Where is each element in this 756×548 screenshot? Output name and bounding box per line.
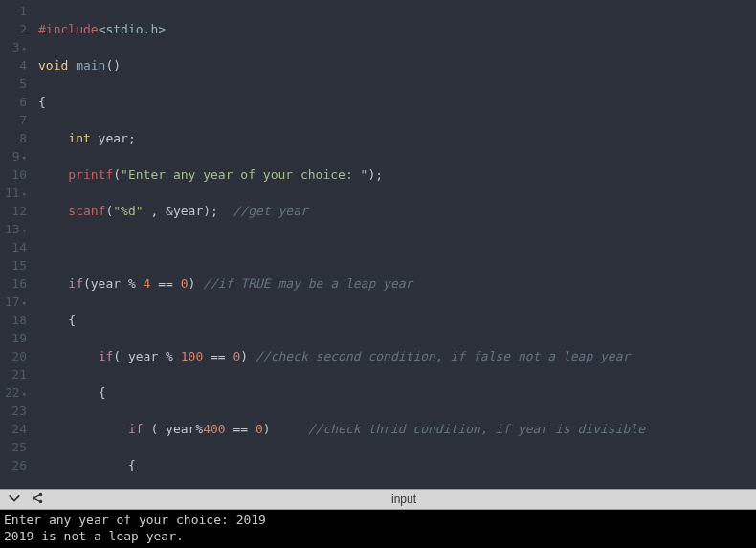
- svg-point-1: [39, 493, 43, 496]
- code-token: ==: [203, 349, 233, 363]
- code-token: ( year%: [144, 422, 204, 436]
- code-token: {: [99, 385, 106, 400]
- line-number: 16: [4, 274, 27, 293]
- indent: [38, 276, 68, 291]
- code-area[interactable]: #include<stdio.h> void main() { int year…: [34, 0, 756, 489]
- console-line: 2019 is not a leap year.: [4, 528, 752, 544]
- line-number: 19: [4, 329, 27, 347]
- code-token: ==: [226, 422, 256, 436]
- code-token: {: [68, 313, 76, 327]
- console-output[interactable]: Enter any year of your choice: 2019 2019…: [0, 510, 756, 548]
- code-token: (year %: [83, 276, 144, 291]
- line-number: 14: [4, 238, 27, 256]
- line-number[interactable]: 3: [4, 38, 27, 56]
- code-token: {: [128, 458, 136, 472]
- code-token: //check thrid condition, if year is divi…: [308, 422, 653, 436]
- line-number: 8: [4, 129, 27, 147]
- share-icon[interactable]: [31, 492, 44, 508]
- code-token: if: [128, 422, 144, 436]
- code-token: ): [240, 349, 256, 363]
- code-token: );: [367, 167, 383, 182]
- line-number: 26: [4, 456, 27, 474]
- indent: [38, 458, 128, 472]
- line-number: 23: [4, 402, 27, 420]
- code-token: if: [68, 276, 83, 291]
- line-number: 2: [4, 20, 27, 38]
- line-number: 5: [4, 75, 27, 93]
- indent: [38, 385, 99, 400]
- code-token: void: [38, 58, 68, 73]
- code-token: ==: [150, 276, 180, 291]
- line-number[interactable]: 22: [4, 384, 27, 402]
- line-number: 15: [4, 256, 27, 274]
- indent: [38, 204, 68, 218]
- code-token: (: [113, 167, 121, 182]
- code-token: "Enter any year of your choice: ": [121, 167, 367, 182]
- code-token: 400: [203, 422, 225, 436]
- console-toolbar: input: [0, 489, 756, 510]
- code-token: ): [263, 422, 308, 436]
- code-token: //check second condition, if false not a…: [256, 349, 630, 363]
- code-token: 0: [256, 422, 263, 436]
- indent: [38, 131, 68, 145]
- line-number: 10: [4, 165, 27, 184]
- code-token: 0: [181, 276, 189, 291]
- line-number: 21: [4, 365, 27, 384]
- indent: [38, 167, 68, 182]
- line-number: 4: [4, 56, 27, 75]
- line-number[interactable]: 17: [4, 293, 27, 311]
- console-line: Enter any year of your choice: 2019: [4, 512, 752, 528]
- code-token: {: [38, 95, 46, 109]
- code-token: main: [68, 58, 105, 73]
- line-number: 20: [4, 347, 27, 365]
- line-number: 18: [4, 311, 27, 329]
- line-number: 12: [4, 202, 27, 220]
- code-token: scanf: [68, 204, 105, 218]
- code-token: "%d": [113, 204, 143, 218]
- line-number: 7: [4, 111, 27, 129]
- line-number: 25: [4, 438, 27, 456]
- indent: [38, 313, 68, 327]
- line-number[interactable]: 11: [4, 184, 27, 202]
- code-token: int: [68, 131, 90, 145]
- code-token: //get year: [233, 204, 308, 218]
- code-token: printf: [68, 167, 113, 182]
- indent: [38, 422, 128, 436]
- line-number: 6: [4, 93, 27, 111]
- line-number-gutter: 1 2 3 4 5 6 7 8 9 10 11 12 13 14 15 16 1…: [0, 0, 34, 489]
- code-token: //if TRUE may be a leap year: [203, 276, 412, 291]
- line-number[interactable]: 13: [4, 220, 27, 238]
- code-token: #include: [38, 22, 99, 36]
- indent: [38, 349, 99, 363]
- code-token: year;: [91, 131, 136, 145]
- code-token: , &year);: [144, 204, 233, 218]
- code-token: ( year %: [113, 349, 180, 363]
- svg-point-2: [39, 499, 43, 503]
- line-number: 24: [4, 420, 27, 438]
- code-token: if: [99, 349, 114, 363]
- code-token: (): [105, 58, 121, 73]
- line-number: 1: [4, 2, 27, 20]
- chevron-down-icon[interactable]: [8, 492, 21, 508]
- console-tab-label: input: [52, 493, 756, 506]
- code-editor[interactable]: 1 2 3 4 5 6 7 8 9 10 11 12 13 14 15 16 1…: [0, 0, 756, 489]
- code-token: 100: [181, 349, 203, 363]
- code-token: <stdio.h>: [99, 22, 166, 36]
- code-token: ): [189, 276, 204, 291]
- line-number[interactable]: 9: [4, 147, 27, 165]
